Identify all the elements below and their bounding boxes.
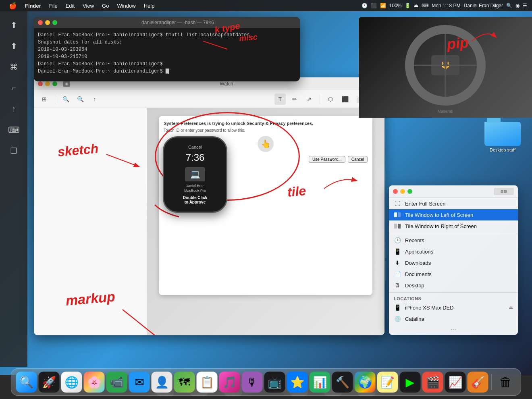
sketch-pen-tool[interactable]: ✏ <box>289 94 300 105</box>
sidebar-icon-upload[interactable]: ⬆ <box>5 16 23 34</box>
spotlight-icon[interactable]: 🔍 <box>506 3 512 8</box>
sidebar-icon-up2[interactable]: ⬆ <box>5 37 23 55</box>
dock-garageband[interactable]: 🎸 <box>468 372 488 393</box>
recents-item[interactable]: 🕐 Recents <box>389 235 518 246</box>
watch-time: 7:36 <box>186 152 205 163</box>
menubar-help[interactable]: Help <box>140 0 159 11</box>
popup-close-button[interactable] <box>393 189 398 194</box>
sidebar-icon-share[interactable]: ↑ <box>5 100 23 118</box>
enter-fullscreen-item[interactable]: ⛶ Enter Full Screen <box>389 198 518 209</box>
control-center-icon[interactable]: ☰ <box>523 3 527 8</box>
dock-launchpad[interactable]: 🚀 <box>39 372 60 393</box>
battery-icon[interactable]: 🔋 <box>405 3 411 8</box>
tile-right-item[interactable]: Tile Window to Right of Screen <box>389 220 518 232</box>
menubar-finder[interactable]: Finder <box>21 0 45 11</box>
terminal-line-3: 2019-10-03-203954 <box>38 46 296 53</box>
menubar-window[interactable]: Window <box>113 0 139 11</box>
fullscreen-icon: ⛶ <box>394 200 401 207</box>
dock-stocks[interactable]: 📈 <box>445 372 466 393</box>
sketch-grid-tool[interactable]: ⊞ <box>39 94 50 105</box>
menubar: 🍎 Finder File Edit View Go Window Help 🕐… <box>0 0 532 11</box>
popup-maximize-button[interactable] <box>407 189 412 194</box>
sidebar-icon-tool[interactable]: ⌐ <box>5 79 23 97</box>
dock-podcasts[interactable]: 🎙 <box>242 372 263 393</box>
siri-icon[interactable]: ◉ <box>515 3 520 8</box>
terminal-line-5: Daniel-Eran-MacBook-Pro:~ danielerandilg… <box>38 60 296 68</box>
dock-xcode[interactable]: 🔨 <box>332 372 353 393</box>
terminal-content: Daniel-Eran-MacBook-Pro:~ danielerandilg… <box>34 28 300 78</box>
wifi-icon[interactable]: 📶 <box>380 3 386 8</box>
sketch-select-tool[interactable]: ↗ <box>303 94 315 105</box>
dock-notes[interactable]: 📝 <box>377 372 398 393</box>
menubar-edit[interactable]: Edit <box>62 0 79 11</box>
sketch-fill-tool[interactable]: ⬛ <box>339 94 351 105</box>
dock-contacts[interactable]: 👤 <box>152 372 172 393</box>
tile-right-icon <box>394 222 401 230</box>
dock-screenflow[interactable]: 🎬 <box>422 372 443 393</box>
sidebar-icon-command[interactable]: ⌘ <box>5 58 23 76</box>
eject-icon[interactable]: ⏏ <box>414 3 418 8</box>
sketch-canvas-area[interactable]: System Preferences is trying to unlock S… <box>34 108 384 335</box>
menubar-file[interactable]: File <box>45 0 62 11</box>
desktop-item[interactable]: 🖥 Desktop <box>389 280 518 291</box>
tile-left-icon <box>394 211 401 218</box>
terminal-maximize-button[interactable] <box>52 20 57 25</box>
sketch-close-button[interactable] <box>38 81 43 86</box>
dock-mail[interactable]: ✉ <box>129 372 150 393</box>
dock-music[interactable]: 🎵 <box>219 372 240 393</box>
sketch-toolbar: ⊞ 🔍 🔍 ↑ T ✏ ↗ ⬡ ⬛ ⬜ A <box>34 90 384 108</box>
menubar-go[interactable]: Go <box>98 0 113 11</box>
dock-finder[interactable]: 🔍 <box>16 372 37 393</box>
downloads-label: Downloads <box>405 260 431 266</box>
sketch-zoom-out-tool[interactable]: 🔍 <box>60 94 71 105</box>
cancel-btn[interactable]: Cancel <box>348 156 368 163</box>
use-password-btn[interactable]: Use Password... <box>309 156 345 163</box>
sketch-shape-tool[interactable]: ⬡ <box>325 94 336 105</box>
sidebar-icon-display[interactable]: ☐ <box>5 142 23 160</box>
dock-numbers[interactable]: 📊 <box>310 372 330 393</box>
terminal-minimize-button[interactable] <box>45 20 50 25</box>
dock-terminal[interactable]: ▶ <box>400 372 421 393</box>
battery-indicator[interactable]: 100% <box>389 3 402 8</box>
iphone-item[interactable]: 📱 iPhone XS Max DED ⏏ <box>389 302 518 313</box>
tile-left-item[interactable]: Tile Window to Left of Screen <box>389 209 518 220</box>
iphone-eject[interactable]: ⏏ <box>509 305 513 310</box>
sketch-zoom-in-tool[interactable]: 🔍 <box>75 94 86 105</box>
sketch-maximize-button[interactable] <box>52 81 57 86</box>
applications-item[interactable]: 📱 Applications <box>389 246 518 257</box>
dock-facetime[interactable]: 📹 <box>106 372 127 393</box>
dock-safari[interactable]: 🌐 <box>61 372 82 393</box>
catalina-label: Catalina <box>405 316 424 322</box>
menubar-view[interactable]: View <box>79 0 98 11</box>
terminal-line-6: Daniel-Eran-MacBook-Pro:~ danielerandilg… <box>38 68 296 75</box>
tile-right-label: Tile Window to Right of Screen <box>405 223 477 229</box>
sidebar-icon-keyboard[interactable]: ⌨ <box>5 121 23 139</box>
terminal-close-button[interactable] <box>38 20 43 25</box>
dock-appstore[interactable]: ⭐ <box>287 372 308 393</box>
dock-maps[interactable]: 🗺 <box>174 372 195 393</box>
terminal-line-1: Daniel-Eran-MacBook-Pro:~ danielerandilg… <box>38 31 296 39</box>
dock-appletv[interactable]: 📺 <box>264 372 285 393</box>
catalina-item[interactable]: 💿 Catalina <box>389 313 518 324</box>
sketch-share-tool[interactable]: ↑ <box>89 94 100 105</box>
dock-chrome[interactable]: 🌍 <box>355 372 376 393</box>
documents-item[interactable]: 📄 Documents <box>389 268 518 280</box>
dock-photos[interactable]: 🌸 <box>84 372 105 393</box>
terminal-window: danielerandilger — -bash — 79×6 Daniel-E… <box>34 17 300 81</box>
screen-mirror-icon[interactable]: ⬛ <box>371 3 377 8</box>
keyboard-icon[interactable]: ⌨ <box>422 3 428 8</box>
scroll-more-indicator: ··· <box>389 324 518 335</box>
svg-rect-9 <box>394 224 397 229</box>
clock: Mon 1:18 PM <box>432 3 460 8</box>
time-machine-icon[interactable]: 🕐 <box>362 3 368 8</box>
dock-separator <box>492 374 492 390</box>
sketch-window: ◉ Watch ⊞ 🔍 🔍 ↑ T ✏ ↗ ⬡ ⬛ ⬜ A System Pre… <box>34 77 384 335</box>
sketch-text-tool[interactable]: T <box>274 94 286 105</box>
downloads-item[interactable]: ⬇ Downloads <box>389 257 518 268</box>
desktop-folder[interactable]: Desktop stuff <box>476 117 529 152</box>
sketch-minimize-button[interactable] <box>45 81 50 86</box>
dock-trash[interactable]: 🗑 <box>495 372 516 393</box>
dock-reminders[interactable]: 📋 <box>197 372 218 393</box>
popup-minimize-button[interactable] <box>400 189 405 194</box>
apple-menu[interactable]: 🍎 <box>5 0 21 11</box>
